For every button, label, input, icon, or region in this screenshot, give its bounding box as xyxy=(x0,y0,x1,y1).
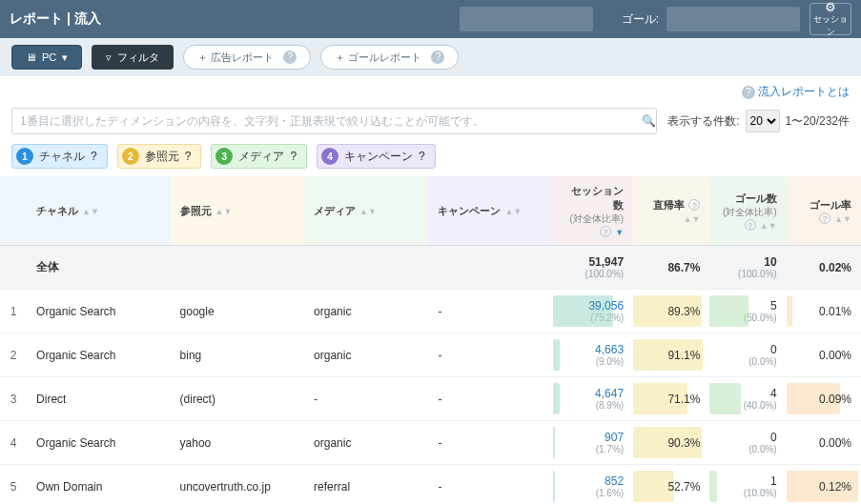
device-pc-button[interactable]: 🖥 PC ▾ xyxy=(11,45,82,70)
cell-channel: Own Domain xyxy=(27,465,171,505)
cell-medium: referral xyxy=(304,465,428,505)
sort-icon: ▲▼ xyxy=(760,221,777,231)
sort-icon: ▲▼ xyxy=(359,207,377,216)
total-goal-rate: 0.02% xyxy=(787,246,861,290)
cell-referrer: bing xyxy=(171,333,304,377)
filter-button-label: フィルタ xyxy=(117,50,159,65)
cell-sessions: 907(1.7%) xyxy=(553,421,633,465)
pill-label: メディア xyxy=(238,149,284,165)
cell-goals: 1(10.0%) xyxy=(709,465,786,505)
col-index xyxy=(0,176,27,246)
dimension-pill-campaign[interactable]: 4 キャンペーン ? xyxy=(317,144,436,169)
table-row: 3Direct(direct)--4,647(8.9%)71.1%4(40.0%… xyxy=(0,377,861,421)
monitor-icon: 🖥 xyxy=(26,51,36,63)
cell-goals: 4(40.0%) xyxy=(709,377,786,421)
goal-report-label: ＋ ゴールレポート xyxy=(335,50,421,65)
cell-referrer: (direct) xyxy=(171,377,304,421)
cell-bounce: 90.3% xyxy=(633,421,709,465)
pill-number: 4 xyxy=(321,148,338,165)
cell-campaign: - xyxy=(428,465,552,505)
toolbar: 🖥 PC ▾ ▿ フィルタ ＋ 広告レポート ? ＋ ゴールレポート ? xyxy=(0,38,861,76)
goal-input[interactable] xyxy=(666,7,800,31)
row-index: 4 xyxy=(0,421,27,465)
col-goal-rate[interactable]: ゴール率?▲▼ xyxy=(787,176,861,246)
cell-referrer: uncovertruth.co.jp xyxy=(171,465,304,505)
total-bounce: 86.7% xyxy=(633,246,709,290)
cell-channel: Organic Search xyxy=(27,421,171,465)
help-icon: ? xyxy=(283,50,297,64)
cell-referrer: yahoo xyxy=(171,421,304,465)
total-goals: 10(100.0%) xyxy=(709,246,786,290)
cell-goal-rate: 0.00% xyxy=(787,421,861,465)
filter-row: 🔍 表示する件数: 20 1〜20/232件 xyxy=(0,104,861,144)
ad-report-button[interactable]: ＋ 広告レポート ? xyxy=(183,45,311,70)
cell-bounce: 91.1% xyxy=(633,333,709,377)
cell-medium: organic xyxy=(304,333,428,377)
session-button[interactable]: ⚙ セッション xyxy=(810,3,851,35)
goal-label: ゴール: xyxy=(622,11,659,28)
goal-report-button[interactable]: ＋ ゴールレポート ? xyxy=(320,45,459,70)
cell-sessions: 852(1.6%) xyxy=(553,465,633,505)
help-icon: ? xyxy=(419,150,425,163)
col-referrer[interactable]: 参照元▲▼ xyxy=(171,176,304,246)
cell-medium: organic xyxy=(304,421,428,465)
help-icon: ? xyxy=(745,219,756,231)
cell-campaign: - xyxy=(428,333,552,377)
dimension-filter-input[interactable] xyxy=(11,108,657,134)
total-sessions: 51,947(100.0%) xyxy=(553,246,633,290)
help-link-label: 流入レポートとは xyxy=(758,85,850,98)
col-bounce[interactable]: 直帰率?▲▼ xyxy=(633,176,709,246)
col-medium[interactable]: メディア▲▼ xyxy=(304,176,428,246)
sliders-icon: ⚙ xyxy=(825,1,836,13)
total-row: 全体 51,947(100.0%) 86.7% 10(100.0%) 0.02% xyxy=(0,246,861,290)
table-row: 1Organic Searchgoogleorganic-39,056(75.2… xyxy=(0,290,861,333)
col-goals[interactable]: ゴール数(対全体比率)?▲▼ xyxy=(709,176,786,246)
row-index: 5 xyxy=(0,465,27,505)
page-size-label: 表示する件数: xyxy=(667,113,739,130)
total-label: 全体 xyxy=(27,246,553,290)
row-index: 3 xyxy=(0,377,27,421)
sort-icon: ▲▼ xyxy=(684,214,701,224)
cell-goal-rate: 0.12% xyxy=(787,465,861,505)
pill-number: 3 xyxy=(215,148,233,165)
cell-medium: - xyxy=(304,377,428,421)
report-table: チャネル▲▼ 参照元▲▼ メディア▲▼ キャンペーン▲▼ セッション数(対全体比… xyxy=(0,176,861,504)
cell-goal-rate: 0.00% xyxy=(787,333,861,377)
help-icon: ? xyxy=(819,212,830,224)
cell-channel: Direct xyxy=(27,377,171,421)
topbar: レポート | 流入 ゴール: ⚙ セッション xyxy=(0,0,861,38)
sort-icon: ▲▼ xyxy=(215,207,233,216)
pill-label: キャンペーン xyxy=(344,149,413,165)
cell-goals: 0(0.0%) xyxy=(709,421,786,465)
cell-campaign: - xyxy=(428,421,552,465)
cell-channel: Organic Search xyxy=(27,333,171,377)
dimension-pill-referrer[interactable]: 2 参照元 ? xyxy=(117,144,202,169)
pill-label: 参照元 xyxy=(145,149,179,165)
ad-report-label: ＋ 広告レポート xyxy=(197,50,274,65)
col-sessions[interactable]: セッション数(対全体比率)?▼ xyxy=(553,176,633,246)
help-icon: ? xyxy=(431,50,444,64)
help-icon: ? xyxy=(688,199,700,211)
page-size-select[interactable]: 20 xyxy=(746,110,780,132)
dimension-pill-medium[interactable]: 3 メディア ? xyxy=(211,144,307,169)
filter-button[interactable]: ▿ フィルタ xyxy=(92,45,174,70)
funnel-icon: ▿ xyxy=(106,51,112,64)
pill-label: チャネル xyxy=(39,149,85,165)
row-index: 2 xyxy=(0,333,27,377)
table-row: 4Organic Searchyahooorganic-907(1.7%)90.… xyxy=(0,421,861,465)
help-bar: ? 流入レポートとは xyxy=(0,76,861,104)
sort-icon: ▲▼ xyxy=(82,207,99,216)
help-link[interactable]: ? 流入レポートとは xyxy=(738,84,850,100)
cell-goal-rate: 0.09% xyxy=(787,377,861,421)
device-pc-label: PC xyxy=(42,51,56,63)
cell-campaign: - xyxy=(428,377,552,421)
period-input[interactable] xyxy=(460,7,593,31)
row-index: 1 xyxy=(0,290,27,333)
help-icon: ? xyxy=(600,226,611,237)
col-channel[interactable]: チャネル▲▼ xyxy=(27,176,171,246)
col-campaign[interactable]: キャンペーン▲▼ xyxy=(428,176,552,246)
dimension-pill-channel[interactable]: 1 チャネル ? xyxy=(11,144,108,169)
help-icon: ? xyxy=(91,150,97,163)
cell-medium: organic xyxy=(304,290,428,333)
sort-icon: ▲▼ xyxy=(834,214,851,224)
